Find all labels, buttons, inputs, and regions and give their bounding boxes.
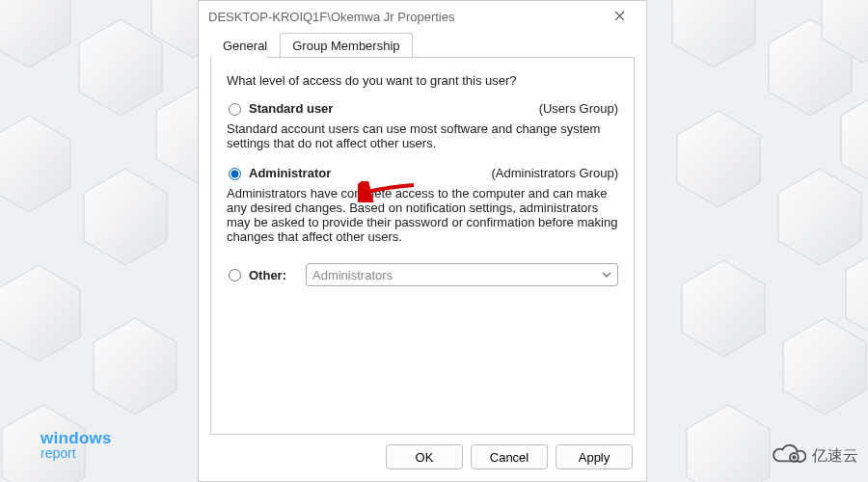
access-question: What level of access do you want to gran… (227, 73, 618, 88)
cloud-icon (770, 442, 806, 470)
other-label: Other: (249, 268, 286, 282)
administrator-group: (Administrators Group) (492, 166, 618, 180)
option-other: Other: Administrators (227, 263, 618, 286)
tab-general[interactable]: General (210, 33, 280, 58)
standard-user-label: Standard user (249, 101, 333, 116)
watermark-line2: report (41, 445, 76, 461)
radio-administrator[interactable] (229, 168, 241, 180)
option-standard: Standard user (Users Group) Standard acc… (227, 101, 618, 150)
cancel-button[interactable]: Cancel (471, 444, 548, 469)
properties-dialog: DESKTOP-KROIQ1F\Okemwa Jr Properties Gen… (198, 0, 647, 482)
close-button[interactable] (602, 1, 637, 32)
watermark-windows-report: windows report (41, 429, 112, 461)
chevron-down-icon (602, 268, 611, 282)
apply-button[interactable]: Apply (556, 444, 633, 469)
tab-group-membership[interactable]: Group Membership (280, 33, 412, 58)
standard-user-group: (Users Group) (539, 101, 618, 116)
standard-user-desc: Standard account users can use most soft… (227, 121, 618, 150)
other-group-dropdown[interactable]: Administrators (306, 263, 618, 286)
watermark-yisu: 亿速云 (770, 442, 858, 470)
watermark-right-text: 亿速云 (812, 446, 858, 467)
close-icon (614, 10, 625, 24)
dialog-button-row: OK Cancel Apply (199, 435, 646, 481)
titlebar: DESKTOP-KROIQ1F\Okemwa Jr Properties (199, 1, 646, 32)
administrator-label: Administrator (249, 166, 331, 180)
administrator-desc: Administrators have complete access to t… (227, 186, 618, 244)
ok-button[interactable]: OK (386, 444, 463, 469)
radio-standard-user[interactable] (229, 103, 241, 116)
window-title: DESKTOP-KROIQ1F\Okemwa Jr Properties (208, 10, 455, 24)
group-membership-panel: What level of access do you want to gran… (210, 57, 635, 435)
tabs-row: General Group Membership (199, 32, 646, 57)
radio-other[interactable] (229, 269, 241, 281)
option-administrator: Administrator (Administrators Group) Adm… (227, 166, 618, 244)
svg-point-2 (792, 455, 796, 459)
other-group-selected: Administrators (312, 268, 393, 282)
